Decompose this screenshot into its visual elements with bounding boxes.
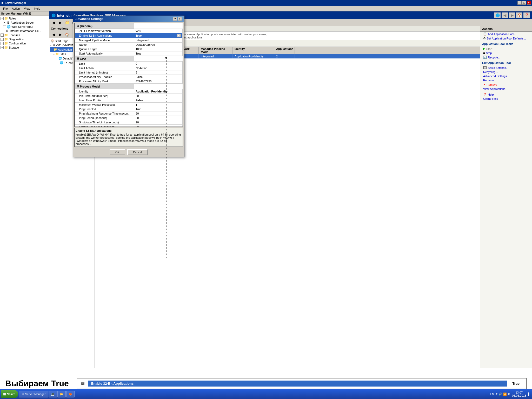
- prop-shutdown[interactable]: Shutdown Time Limit (seconds) 90: [75, 120, 183, 125]
- prop-affinitymask[interactable]: Processor Affinity Mask 4294967295: [75, 79, 183, 84]
- view-apps-link[interactable]: View Applications: [483, 87, 505, 90]
- prop-pingmaxresponse[interactable]: Ping Maximum Response Time (secon... 90: [75, 111, 183, 116]
- iis-toolbar-btn-3[interactable]: ▶: [509, 12, 515, 18]
- iis-toolbar-btn-2[interactable]: ◀: [502, 12, 508, 18]
- prop-pingmaxresponse-name: Ping Maximum Response Time (secon...: [75, 111, 134, 116]
- action-online-help[interactable]: Online Help: [480, 97, 532, 101]
- expand-configuration[interactable]: +: [1, 42, 4, 45]
- minimize-button[interactable]: -: [517, 1, 522, 5]
- prop-pingenabled[interactable]: Ping Enabled True: [75, 107, 183, 111]
- add-pool-link[interactable]: Add Application Pool...: [488, 32, 516, 36]
- tree-item-configuration[interactable]: + 📁 Configuration: [1, 41, 49, 45]
- action-set-defaults[interactable]: ⚙ Set Application Pool Defaults...: [480, 36, 532, 41]
- tree-item-roles[interactable]: + 📁 Roles: [1, 16, 49, 21]
- iis-toolbar-btn-1[interactable]: 🌐: [494, 12, 501, 18]
- start-button[interactable]: ⊞ Start: [1, 390, 18, 398]
- dialog-ok-button[interactable]: OK: [110, 149, 125, 155]
- prop-shutdown-value: 90: [134, 120, 183, 125]
- action-view-apps[interactable]: View Applications: [480, 87, 532, 91]
- dialog-cancel-button[interactable]: Cancel: [127, 149, 148, 155]
- menu-view[interactable]: View: [22, 6, 32, 11]
- prop-limit[interactable]: Limit 0: [75, 62, 183, 66]
- action-start[interactable]: ▶ Start: [480, 46, 532, 51]
- action-add-pool[interactable]: 📋 Add Application Pool...: [480, 32, 532, 36]
- dialog-close-button[interactable]: ×: [178, 17, 182, 21]
- menu-action[interactable]: Action: [10, 6, 22, 11]
- tree-item-iis[interactable]: 🖥 Internet Information Se...: [1, 29, 49, 33]
- prop-name[interactable]: Name DefaultAppPool: [75, 43, 183, 47]
- action-remove[interactable]: ✕ Remove: [480, 82, 532, 87]
- prop-affinityenabled[interactable]: Processor Affinity Enabled False: [75, 75, 183, 79]
- taskbar-item-1[interactable]: 🖥 Server Manager: [19, 391, 48, 397]
- prop-maxworkers[interactable]: Maximum Worker Processes 1: [75, 103, 183, 107]
- prop-enable32bit[interactable]: Enable 32-Bit Applications True ▼: [75, 33, 183, 38]
- expand-roles[interactable]: +: [1, 17, 4, 20]
- prop-pipeline[interactable]: Managed Pipeline Mode Integrated: [75, 38, 183, 43]
- action-recycle[interactable]: 🔄 Recycle...: [480, 55, 532, 59]
- action-advanced[interactable]: Advanced Settings...: [480, 74, 532, 78]
- menu-help[interactable]: Help: [32, 6, 42, 11]
- expand-webserver[interactable]: -: [3, 25, 6, 28]
- prop-limitaction[interactable]: Limit Action NoAction: [75, 66, 183, 70]
- tree-item-diagnostics[interactable]: + 📁 Diagnostics: [1, 37, 49, 41]
- action-rename[interactable]: Rename: [480, 78, 532, 82]
- expand-features[interactable]: +: [1, 34, 4, 37]
- conn-home-btn[interactable]: 🏠: [64, 32, 70, 37]
- expand-diagnostics[interactable]: +: [1, 38, 4, 41]
- tree-item-appserver[interactable]: + 🖥 Application Server: [1, 21, 49, 25]
- taskbar-item-3[interactable]: 📂: [57, 391, 66, 397]
- server-manager-tree: + 📁 Roles + 🖥 Application Server - 🌐 Web…: [0, 16, 49, 392]
- dialog-title-buttons: ? ×: [173, 17, 182, 21]
- action-recycling[interactable]: Recycling...: [480, 70, 532, 74]
- menu-file[interactable]: File: [1, 6, 10, 11]
- taskbar-item-4[interactable]: 🦊: [66, 391, 75, 397]
- prop-identity[interactable]: Identity ApplicationPoolIdentity: [75, 89, 183, 94]
- taskbar-item-2[interactable]: 💻: [49, 391, 57, 397]
- section-general[interactable]: ⊟ (General): [75, 23, 183, 29]
- col-pipeline: Managed Pipeline Mode: [199, 47, 232, 54]
- prop-startup[interactable]: Startup Time Limit (seconds) 90: [75, 125, 183, 127]
- prop-queue[interactable]: Queue Length 1000: [75, 47, 183, 51]
- help-link[interactable]: Help: [488, 93, 494, 96]
- forward-button[interactable]: ▶: [57, 20, 63, 25]
- enable32bit-dropdown[interactable]: True ▼: [136, 34, 181, 37]
- basic-settings-link[interactable]: Basic Settings...: [488, 66, 508, 69]
- tree-item-features[interactable]: + 📁 Features: [1, 33, 49, 37]
- maximize-button[interactable]: □: [522, 1, 526, 5]
- enable32bit-val: True: [136, 34, 142, 37]
- expand-appserver[interactable]: +: [3, 21, 6, 24]
- show-desktop-icon[interactable]: ▋: [528, 393, 530, 396]
- prop-loaduserprofile[interactable]: Load User Profile False: [75, 98, 183, 103]
- prop-limitinterval[interactable]: Limit Interval (minutes) 5: [75, 70, 183, 75]
- back-button[interactable]: ◀: [50, 20, 57, 25]
- recycle-link[interactable]: Recycle...: [488, 56, 500, 59]
- recycling-link[interactable]: Recycling...: [483, 70, 498, 74]
- prop-pingperiod-name: Ping Period (seconds): [75, 116, 134, 120]
- dialog-help-button[interactable]: ?: [173, 17, 177, 21]
- prop-pingperiod[interactable]: Ping Period (seconds) 30: [75, 116, 183, 120]
- rename-link[interactable]: Rename: [483, 79, 494, 82]
- expand-storage[interactable]: +: [1, 46, 4, 49]
- tree-item-storage[interactable]: + 📁 Storage: [1, 45, 49, 50]
- dropdown-arrow-icon[interactable]: ▼: [177, 34, 181, 37]
- set-defaults-link[interactable]: Set Application Pool Defaults...: [487, 37, 526, 40]
- iis-toolbar-btn-4[interactable]: 🏠: [516, 12, 522, 18]
- iis-toolbar-btn-5[interactable]: ❓: [523, 12, 530, 18]
- advanced-link[interactable]: Advanced Settings...: [483, 75, 509, 78]
- close-button[interactable]: ×: [527, 1, 531, 5]
- action-stop[interactable]: ■ Stop: [480, 51, 532, 55]
- action-basic-settings[interactable]: 🔲 Basic Settings...: [480, 65, 532, 70]
- action-help[interactable]: ❓ Help: [480, 92, 532, 97]
- prop-startauto[interactable]: Start Automatically True: [75, 51, 183, 56]
- section-processmodel[interactable]: ⊟ Process Model: [75, 84, 183, 89]
- conn-forward-btn[interactable]: ▶: [57, 32, 63, 37]
- start-link[interactable]: Start: [486, 47, 492, 50]
- tree-item-webserver[interactable]: - 🌐 Web Server (IIS): [1, 25, 49, 29]
- prop-netframework[interactable]: .NET Framework Version v2.0: [75, 29, 183, 33]
- stop-link[interactable]: Stop: [486, 51, 492, 55]
- remove-link[interactable]: Remove: [487, 83, 497, 86]
- online-help-link[interactable]: Online Help: [483, 97, 498, 100]
- section-cpu[interactable]: ⊟ CPU: [75, 56, 183, 62]
- prop-idletimeout[interactable]: Idle Time-out (minutes) 20: [75, 94, 183, 98]
- conn-back-btn[interactable]: ◀: [50, 32, 57, 37]
